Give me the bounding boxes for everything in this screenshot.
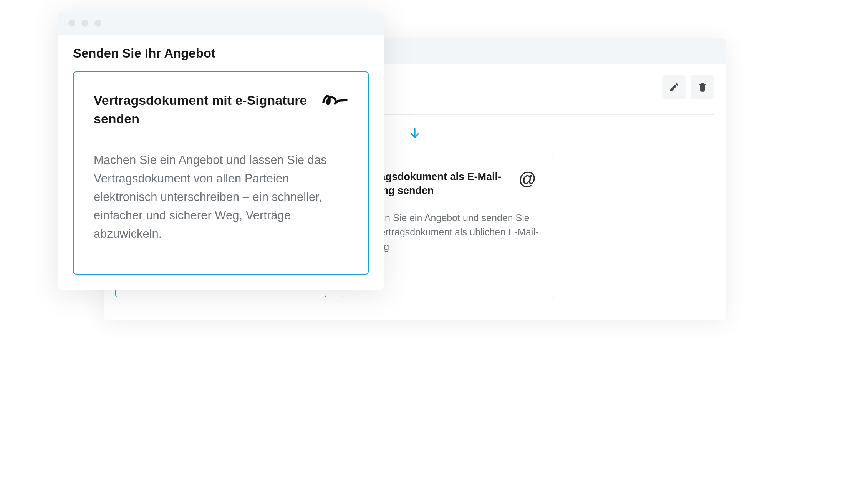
trash-icon — [697, 82, 708, 93]
window-chrome — [58, 12, 384, 35]
traffic-light-dot — [68, 20, 75, 27]
at-icon: @ — [518, 170, 537, 187]
traffic-light-dot — [94, 20, 101, 27]
send-offer-modal: Senden Sie Ihr Angebot Vertragsdokument … — [58, 12, 384, 290]
pencil-icon — [669, 82, 679, 93]
option-card-esignature[interactable]: Vertragsdokument mit e-Signature senden … — [73, 71, 369, 275]
option-description: Machen Sie ein Angebot und lassen Sie da… — [94, 151, 348, 243]
signature-icon — [322, 91, 348, 107]
edit-button[interactable] — [662, 75, 686, 99]
arrow-down-icon — [408, 126, 422, 140]
traffic-light-dot — [81, 20, 88, 27]
modal-title: Senden Sie Ihr Angebot — [73, 46, 369, 61]
delete-button[interactable] — [691, 75, 714, 99]
option-title: Vertragsdokument mit e-Signature senden — [94, 91, 314, 128]
